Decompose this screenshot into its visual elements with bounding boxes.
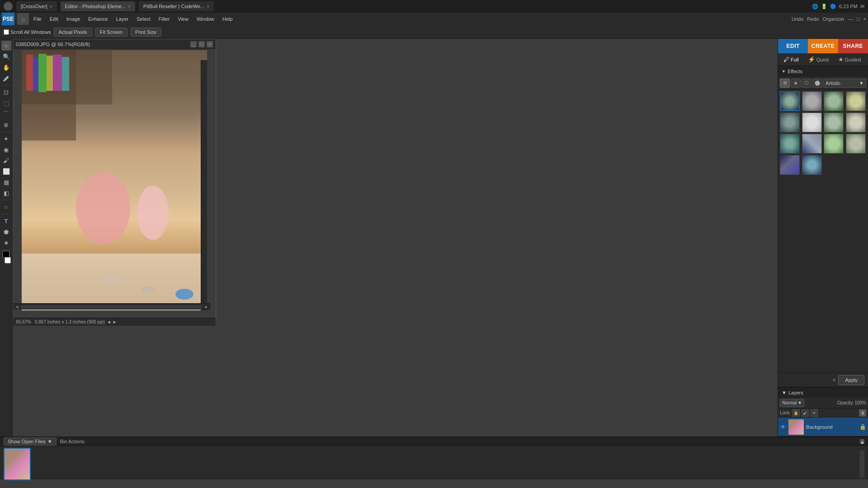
window-maximize[interactable]: □ — [857, 16, 860, 22]
quick-select-tool[interactable]: ⊕ — [1, 120, 11, 130]
close-icon[interactable]: × — [207, 4, 209, 9]
layers-header[interactable]: ▼ Layers — [778, 388, 868, 398]
effects-frames-btn[interactable]: ⬤ — [812, 79, 822, 88]
window-minimize[interactable]: — — [848, 16, 853, 22]
spot-heal-tool[interactable]: ✦ — [1, 134, 11, 144]
effect-thumb-3[interactable] — [824, 91, 844, 111]
guided-tab[interactable]: ★ Guided — [835, 55, 863, 64]
menu-filter[interactable]: Filter — [155, 15, 173, 23]
create-tab[interactable]: CREATE — [808, 39, 838, 53]
crop-tool[interactable]: ⊡ — [1, 87, 11, 97]
layer-visibility-toggle[interactable]: 👁 — [780, 424, 786, 430]
effects-header[interactable]: ▼ Effects — [778, 66, 868, 77]
effects-category-dropdown[interactable]: Artistic ▼ — [823, 79, 866, 88]
photo-canvas[interactable] — [22, 50, 207, 310]
blend-mode-dropdown[interactable]: Normal ▼ — [780, 399, 804, 407]
effects-toolbar: ⊕ ◈ ⬡ ⬤ Artistic ▼ — [778, 77, 868, 89]
filmstrip-scroll-up[interactable]: ▲ — [860, 439, 864, 444]
tab-crossover[interactable]: [CrossOver] × — [16, 1, 57, 11]
effects-filters-btn[interactable]: ⊕ — [780, 79, 790, 88]
paint-bucket-tool[interactable]: ◧ — [1, 188, 11, 198]
fit-screen-button[interactable]: Fit Screen — [95, 28, 127, 37]
type-tool[interactable]: T — [1, 216, 11, 226]
full-tab[interactable]: 🖊 Full — [781, 55, 802, 64]
close-icon[interactable]: × — [128, 4, 131, 9]
layers-section: ▼ Layers Normal ▼ Opacity: 100% Lock: 🔒 … — [778, 387, 868, 436]
effect-thumb-14[interactable] — [802, 155, 822, 175]
effect-thumb-11[interactable] — [824, 134, 844, 154]
menu-file[interactable]: File — [30, 15, 45, 23]
doc-maximize[interactable]: □ — [198, 41, 205, 47]
print-size-button[interactable]: Print Size — [130, 28, 161, 37]
marquee-tool[interactable]: ⬚ — [1, 98, 11, 108]
lock-position-btn[interactable]: ✛ — [811, 409, 818, 417]
menu-image[interactable]: Image — [63, 15, 84, 23]
filmstrip-thumb-1[interactable] — [4, 448, 31, 480]
quick-tab[interactable]: ⚡ Quick — [805, 55, 832, 64]
apply-button[interactable]: Apply — [838, 375, 864, 385]
tool-divider — [2, 131, 11, 132]
home-button[interactable]: ⌂ — [17, 13, 29, 25]
share-tab[interactable]: SHARE — [838, 39, 868, 53]
lock-pixels-btn[interactable]: 🖌 — [802, 409, 809, 417]
red-eye-tool[interactable]: ◉ — [1, 145, 11, 155]
effect-thumb-2[interactable] — [802, 91, 822, 111]
redo-button[interactable]: Redo — [807, 16, 819, 22]
tab-pitbull[interactable]: PitBull Reseller | CodeWe... × — [139, 1, 214, 11]
menu-layer[interactable]: Layer — [113, 15, 132, 23]
menu-select[interactable]: Select — [133, 15, 154, 23]
effect-thumb-8[interactable] — [846, 113, 866, 132]
scroll-all-windows-checkbox[interactable] — [4, 29, 9, 35]
custom-shape-tool[interactable]: ★ — [1, 238, 11, 248]
dodge-tool[interactable]: ○ — [1, 202, 11, 212]
lock-transparent-btn[interactable]: 🔒 — [793, 409, 800, 417]
effect-thumb-1[interactable] — [780, 91, 800, 111]
filmstrip-scrollbar[interactable] — [860, 450, 864, 478]
hand-tool[interactable]: ✋ — [1, 62, 11, 72]
effects-layer-styles-btn[interactable]: ◈ — [791, 79, 801, 88]
effect-thumb-7[interactable] — [824, 113, 844, 132]
eraser-tool[interactable]: ⬜ — [1, 166, 11, 176]
effect-thumb-12[interactable] — [846, 134, 866, 154]
doc-minimize[interactable]: _ — [190, 41, 197, 47]
move-tool[interactable]: ⊹ — [1, 41, 11, 51]
document-titlebar: 0385D009.JPG @ 66.7%(RGB/8) _ □ × — [13, 39, 216, 49]
doc-close[interactable]: × — [207, 41, 213, 47]
eyedropper-tool[interactable]: 💉 — [1, 73, 11, 83]
opacity-value[interactable]: 100% — [854, 400, 866, 405]
effect-thumb-6[interactable] — [802, 113, 822, 132]
menu-view[interactable]: View — [174, 15, 192, 23]
effects-photo-btn[interactable]: ⬡ — [802, 79, 811, 88]
effect-thumb-9[interactable] — [780, 134, 800, 154]
status-arrows[interactable]: ◄ ► — [107, 319, 117, 324]
window-close[interactable]: × — [863, 16, 866, 22]
organizer-button[interactable]: Organizer — [823, 16, 844, 22]
horizontal-scrollbar[interactable]: ◄ ► — [13, 303, 210, 310]
scroll-all-windows-check[interactable]: Scroll All Windows — [4, 29, 51, 35]
menu-enhance[interactable]: Enhance — [85, 15, 111, 23]
menu-window[interactable]: Window — [193, 15, 218, 23]
actual-pixels-button[interactable]: Actual Pixels — [54, 28, 92, 37]
menu-help[interactable]: Help — [219, 15, 236, 23]
vertical-scrollbar[interactable] — [201, 60, 207, 310]
effect-thumb-5[interactable] — [780, 113, 800, 132]
gradient-tool[interactable]: ▦ — [1, 177, 11, 187]
brush-tool[interactable]: 🖌 — [1, 155, 11, 165]
tab-editor[interactable]: Editor - Photoshop Eleme... × — [61, 1, 135, 11]
menu-edit[interactable]: Edit — [46, 15, 62, 23]
dropdown-chevron: ▼ — [47, 439, 52, 444]
undo-button[interactable]: Undo — [792, 16, 803, 22]
shape-tool[interactable]: ⬟ — [1, 227, 11, 237]
effect-thumb-10[interactable] — [802, 134, 822, 154]
layer-row-background[interactable]: 👁 Background 🔒 — [778, 418, 868, 436]
lasso-tool[interactable]: ⌒ — [1, 109, 11, 119]
effect-thumb-4[interactable] — [846, 91, 866, 111]
battery-icon: 🔋 — [821, 4, 827, 9]
show-open-files-dropdown[interactable]: Show Open Files ▼ — [4, 437, 57, 446]
zoom-tool[interactable]: 🔍 — [1, 52, 11, 61]
close-icon[interactable]: × — [50, 4, 52, 9]
edit-tab[interactable]: EDIT — [778, 39, 808, 53]
delete-layer-btn[interactable]: 🗑 — [859, 409, 866, 417]
effect-thumb-13[interactable] — [780, 155, 800, 175]
background-color-swatch[interactable] — [5, 257, 11, 263]
